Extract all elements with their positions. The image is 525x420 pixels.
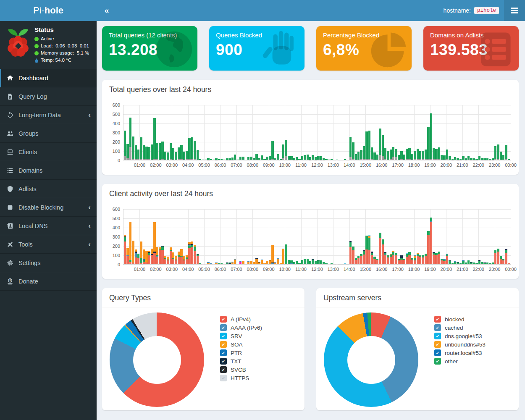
bar	[199, 263, 201, 264]
legend-item-other[interactable]: ✔other	[434, 357, 486, 365]
legend-item-blocked[interactable]: ✔blocked	[434, 315, 486, 323]
bar	[452, 159, 454, 160]
sidebar-item-tools[interactable]: Tools ‹	[0, 235, 97, 254]
bar	[234, 155, 236, 160]
y-axis-tick: 500	[113, 112, 120, 117]
bar-chart-client-activity[interactable]: 010020030040050060001:0002:0003:0004:000…	[123, 209, 511, 265]
legend-item-ptr[interactable]: ✔PTR	[220, 349, 262, 357]
bar	[271, 141, 273, 160]
x-axis-tick: 06:00	[215, 163, 226, 168]
legend-item-router-local-53[interactable]: ✔router.local#53	[434, 349, 486, 357]
bar	[298, 263, 300, 264]
legend-item-soa[interactable]: ✔SOA	[220, 340, 262, 349]
sidebar-item-groups[interactable]: Groups	[0, 124, 97, 143]
address-book-icon	[7, 223, 13, 229]
bar	[433, 252, 435, 264]
bar	[197, 150, 199, 160]
legend-label: cached	[445, 325, 463, 331]
temperature-icon	[34, 58, 39, 63]
bar	[307, 155, 309, 160]
bar	[502, 155, 504, 160]
bar	[395, 149, 397, 160]
hand-icon	[261, 29, 301, 69]
sidebar-item-long-term-data[interactable]: Long-term Data ‹	[0, 106, 97, 124]
bar	[344, 159, 346, 160]
bar	[194, 141, 196, 160]
legend-item-srv[interactable]: ✔SRV	[220, 332, 262, 340]
upstream-servers-legend: ✔blocked✔cached✔dns.google#53✔unbounddns…	[434, 315, 486, 407]
legend-item-unbounddns-53[interactable]: ✔unbounddns#53	[434, 340, 486, 349]
bar	[288, 156, 290, 160]
sidebar-item-dashboard[interactable]: Dashboard	[0, 69, 97, 87]
y-axis-tick: 300	[113, 234, 120, 239]
x-axis-tick: 03:00	[166, 267, 178, 272]
legend-item-svcb[interactable]: ✔SVCB	[220, 365, 262, 374]
x-axis-tick: 01:00	[134, 267, 146, 272]
legend-checkbox-icon: ✔	[434, 333, 441, 339]
upstream-servers-donut-chart[interactable]	[324, 312, 418, 407]
bar	[344, 263, 346, 264]
legend-item-txt[interactable]: ✔TXT	[220, 357, 262, 365]
sidebar-item-adlists[interactable]: Adlists	[0, 180, 97, 198]
legend-label: blocked	[445, 316, 465, 323]
bar	[328, 160, 330, 160]
y-axis-tick: 0	[118, 262, 120, 267]
sidebar-item-donate[interactable]: $ Donate	[0, 272, 97, 291]
bar	[494, 146, 496, 160]
bar	[242, 261, 244, 264]
sidebar-item-query-log[interactable]: Query Log	[0, 87, 97, 106]
tools-icon	[7, 241, 13, 248]
bar	[129, 222, 131, 264]
sidebar-item-disable-blocking[interactable]: Disable Blocking ‹	[0, 198, 97, 217]
sidebar-item-domains[interactable]: Domains	[0, 161, 97, 180]
sidebar-collapse-button[interactable]: «	[97, 0, 117, 21]
legend-item-dns-google-53[interactable]: ✔dns.google#53	[434, 332, 486, 340]
x-axis-tick: 17:00	[392, 163, 404, 168]
legend-item-a-ipv4-[interactable]: ✔A (IPv4)	[220, 315, 262, 323]
load-dot-icon	[34, 44, 39, 48]
x-axis-tick: 19:00	[424, 267, 436, 272]
bar	[285, 140, 287, 160]
query-types-donut-chart[interactable]	[110, 312, 204, 407]
bar-chart-total-queries[interactable]: 010020030040050060001:0002:0003:0004:000…	[123, 105, 511, 160]
bar	[161, 142, 163, 160]
legend-checkbox-icon: ✔	[434, 324, 441, 331]
x-axis-tick: 02:00	[150, 267, 162, 272]
x-axis-tick: 16:00	[376, 163, 388, 168]
bar	[250, 261, 252, 264]
bar	[151, 249, 153, 264]
legend-item-https[interactable]: ✔HTTPS	[220, 374, 262, 382]
sidebar: Status Active Load: 0.06 0.03 0.01 Memor…	[0, 21, 97, 420]
bar	[459, 159, 462, 160]
bar	[352, 142, 354, 160]
bar	[213, 264, 215, 264]
bar	[430, 218, 432, 264]
y-axis-tick: 300	[113, 130, 120, 135]
bar	[475, 263, 478, 264]
legend-checkbox-icon: ✔	[220, 316, 227, 323]
bar	[258, 262, 260, 264]
legend-checkbox-icon: ✔	[220, 358, 227, 365]
panel-title-total-queries: Total queries over last 24 hours	[102, 80, 519, 99]
sidebar-item-clients[interactable]: Clients	[0, 143, 97, 161]
bar	[156, 143, 158, 160]
legend-item-cached[interactable]: ✔cached	[434, 323, 486, 332]
bar	[309, 261, 311, 264]
bar	[392, 147, 394, 160]
x-axis-tick: 12:00	[311, 163, 323, 168]
bar	[129, 118, 131, 160]
bar	[188, 138, 190, 160]
y-axis-tick: 400	[113, 225, 120, 230]
bar	[454, 261, 456, 264]
bar	[325, 263, 327, 264]
hamburger-menu-button[interactable]	[504, 0, 525, 21]
bar	[392, 251, 394, 264]
bar	[419, 255, 421, 264]
sidebar-item-local-dns[interactable]: Local DNS ‹	[0, 217, 97, 235]
legend-item-aaaa-ipv6-[interactable]: ✔AAAA (IPv6)	[220, 323, 262, 332]
temp-text: Temp: 54.0 °C	[41, 57, 71, 64]
sidebar-item-settings[interactable]: Settings	[0, 254, 97, 272]
bar	[167, 257, 169, 264]
bar	[325, 159, 327, 160]
bar	[384, 252, 386, 264]
